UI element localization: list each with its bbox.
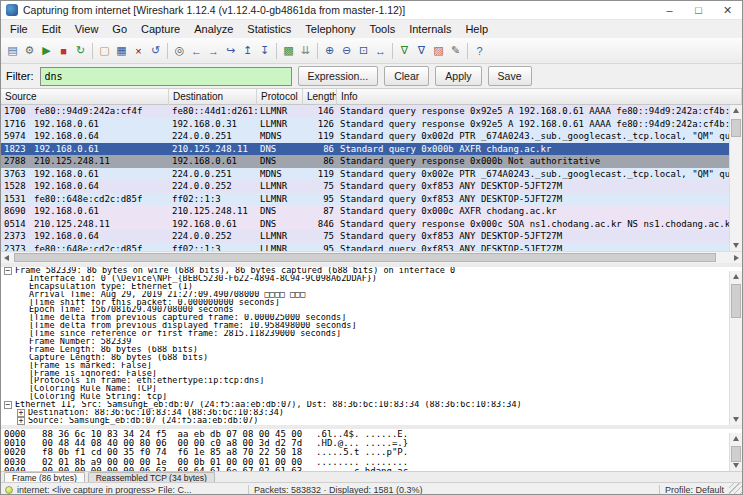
column-header-source[interactable]: Source bbox=[1, 89, 169, 105]
help-icon[interactable]: ? bbox=[471, 41, 488, 61]
capture-restart-icon[interactable]: ↻ bbox=[72, 41, 89, 61]
bottom-tab-1[interactable]: Reassembled TCP (34 bytes) bbox=[88, 472, 215, 482]
capture-start-icon[interactable]: ▶ bbox=[38, 41, 55, 61]
menu-help[interactable]: Help bbox=[458, 22, 495, 36]
menu-tools[interactable]: Tools bbox=[363, 22, 403, 36]
packet-row[interactable]: 3763192.168.0.61224.0.0.251MDNS119Standa… bbox=[1, 168, 742, 181]
detail-line[interactable]: [Time delta from previous displayed fram… bbox=[1, 322, 742, 330]
collapse-icon[interactable]: − bbox=[4, 401, 12, 409]
packet-list-scrollbar[interactable] bbox=[729, 105, 742, 251]
preferences-icon[interactable]: ✎ bbox=[447, 41, 464, 61]
detail-line[interactable]: +Source: SamsungE_eb:db:07 (24:f5:aa:eb:… bbox=[1, 417, 742, 425]
resize-grip[interactable] bbox=[729, 483, 742, 495]
go-forward-icon[interactable]: → bbox=[205, 41, 222, 61]
minimize-button[interactable]: – bbox=[655, 1, 684, 19]
menu-analyze[interactable]: Analyze bbox=[187, 22, 240, 36]
open-file-icon[interactable]: ▢ bbox=[96, 41, 113, 61]
expand-icon[interactable]: + bbox=[17, 409, 25, 417]
detail-line[interactable]: [Coloring Rule String: tcp] bbox=[1, 393, 742, 401]
packet-row[interactable]: 1823192.168.0.61210.125.248.11DNS86Stand… bbox=[1, 143, 742, 156]
save-file-icon[interactable]: ▦ bbox=[113, 41, 130, 61]
menu-statistics[interactable]: Statistics bbox=[240, 22, 298, 36]
go-back-icon[interactable]: ← bbox=[188, 41, 205, 61]
detail-line[interactable]: +Destination: 88:36:6c:10:83:34 (88:36:6… bbox=[1, 409, 742, 417]
detail-line[interactable]: −Ethernet II, Src: SamsungE_eb:db:07 (24… bbox=[1, 401, 742, 409]
colorize-icon[interactable]: ▩ bbox=[280, 41, 297, 61]
list-interfaces-icon[interactable]: ▤ bbox=[4, 41, 21, 61]
detail-line[interactable]: Arrival Time: Aug 29, 2019 21:27:09.4907… bbox=[1, 291, 742, 299]
scroll-up-arrow-icon[interactable] bbox=[730, 433, 742, 444]
detail-line[interactable]: −Frame 582339: 86 bytes on wire (688 bit… bbox=[1, 267, 742, 275]
packet-row[interactable]: 1531fe80::648e:cd2c:d85fff02::1:3LLMNR95… bbox=[1, 193, 742, 206]
collapse-icon[interactable]: − bbox=[4, 267, 12, 275]
detail-line[interactable]: [Coloring Rule Name: TCP] bbox=[1, 385, 742, 393]
go-to-packet-icon[interactable]: ↪ bbox=[222, 41, 239, 61]
packet-row[interactable]: 2373192.168.0.64224.0.0.252LLMNR75Standa… bbox=[1, 230, 742, 243]
menu-view[interactable]: View bbox=[68, 22, 106, 36]
save-button[interactable]: Save bbox=[488, 66, 532, 86]
status-profile[interactable]: Profile: Default bbox=[665, 485, 738, 495]
maximize-button[interactable]: □ bbox=[684, 1, 713, 19]
detail-line[interactable]: Capture Length: 86 bytes (688 bits) bbox=[1, 354, 742, 362]
find-packet-icon[interactable]: ◎ bbox=[171, 41, 188, 61]
menu-capture[interactable]: Capture bbox=[134, 22, 187, 36]
menu-edit[interactable]: Edit bbox=[35, 22, 68, 36]
scroll-up-arrow-icon[interactable] bbox=[730, 105, 742, 116]
detail-line[interactable]: [Time shift for this packet: 0.000000000… bbox=[1, 299, 742, 307]
expand-icon[interactable]: + bbox=[17, 417, 25, 425]
scroll-down-arrow-icon[interactable] bbox=[730, 414, 742, 425]
close-capture-icon[interactable]: × bbox=[130, 41, 147, 61]
menu-go[interactable]: Go bbox=[105, 22, 134, 36]
scroll-down-arrow-icon[interactable] bbox=[730, 460, 742, 471]
packet-row[interactable]: 5974192.168.0.64224.0.0.251MDNS119Standa… bbox=[1, 130, 742, 143]
expression-button[interactable]: Expression... bbox=[298, 66, 379, 86]
bottom-tab-0[interactable]: Frame (86 bytes) bbox=[4, 472, 85, 482]
coloring-rules-icon[interactable]: ▨ bbox=[430, 41, 447, 61]
expert-info-icon[interactable] bbox=[5, 486, 13, 494]
zoom-in-icon[interactable]: ⊕ bbox=[321, 41, 338, 61]
menu-internals[interactable]: Internals bbox=[402, 22, 458, 36]
capture-stop-icon[interactable]: ■ bbox=[55, 41, 72, 61]
column-header-info[interactable]: Info bbox=[337, 89, 742, 105]
details-scrollbar[interactable] bbox=[729, 271, 742, 425]
detail-line[interactable]: [Time since reference or first frame: 28… bbox=[1, 330, 742, 338]
titlebar[interactable]: Capturing from internet [Wireshark 1.12.… bbox=[1, 1, 742, 20]
detail-line[interactable]: [Protocols in frame: eth:ethertype:ip:tc… bbox=[1, 377, 742, 385]
capture-filters-icon[interactable]: ∇ bbox=[396, 41, 413, 61]
menu-file[interactable]: File bbox=[3, 22, 35, 36]
packet-row[interactable]: 1528192.168.0.64224.0.0.252LLMNR75Standa… bbox=[1, 180, 742, 193]
vertical-scroll-thumb[interactable] bbox=[731, 284, 741, 318]
reload-icon[interactable]: ↺ bbox=[147, 41, 164, 61]
vertical-scroll-thumb[interactable] bbox=[731, 119, 741, 137]
detail-line[interactable]: [Frame is ignored: False] bbox=[1, 370, 742, 378]
column-header-destination[interactable]: Destination bbox=[169, 89, 257, 105]
filter-input[interactable] bbox=[40, 67, 292, 86]
apply-button[interactable]: Apply bbox=[435, 66, 481, 86]
zoom-normal-icon[interactable]: ⊡ bbox=[355, 41, 372, 61]
packet-row[interactable]: 0514210.125.248.11192.168.0.61DNS846Stan… bbox=[1, 218, 742, 231]
column-header-length[interactable]: Length bbox=[303, 89, 337, 105]
detail-line[interactable]: Frame Number: 582339 bbox=[1, 338, 742, 346]
zoom-out-icon[interactable]: ⊖ bbox=[338, 41, 355, 61]
detail-line[interactable]: Encapsulation type: Ethernet (1) bbox=[1, 283, 742, 291]
close-button[interactable]: ✕ bbox=[713, 1, 742, 19]
detail-line[interactable]: [Time delta from previous captured frame… bbox=[1, 314, 742, 322]
menu-telephony[interactable]: Telephony bbox=[298, 22, 362, 36]
packet-row[interactable]: 2788210.125.248.11192.168.0.61DNS86Stand… bbox=[1, 155, 742, 168]
detail-line[interactable]: Epoch Time: 1567081629.490708000 seconds bbox=[1, 306, 742, 314]
horizontal-scrollbar[interactable] bbox=[1, 251, 742, 263]
packet-row[interactable]: 1716192.168.0.61192.168.0.31LLMNR126Stan… bbox=[1, 118, 742, 131]
scroll-up-arrow-icon[interactable] bbox=[730, 271, 742, 282]
auto-scroll-icon[interactable]: ⇊ bbox=[297, 41, 314, 61]
detail-line[interactable]: Interface id: 0 (\Device\NPF_{BEBC5230-F… bbox=[1, 275, 742, 283]
scroll-right-arrow-icon[interactable] bbox=[730, 252, 742, 263]
detail-line[interactable]: Frame Length: 86 bytes (688 bits) bbox=[1, 346, 742, 354]
packet-row[interactable]: 1700fe80::94d9:242a:cf4ffe80::44d1:d261:… bbox=[1, 105, 742, 118]
detail-line[interactable]: [Frame is marked: False] bbox=[1, 362, 742, 370]
go-to-bottom-icon[interactable]: ↧ bbox=[256, 41, 273, 61]
bytes-scrollbar[interactable] bbox=[729, 433, 742, 471]
scroll-left-arrow-icon[interactable] bbox=[1, 252, 13, 263]
capture-options-icon[interactable]: ⚙ bbox=[21, 41, 38, 61]
column-header-protocol[interactable]: Protocol bbox=[257, 89, 303, 105]
display-filters-icon[interactable]: ∇ bbox=[413, 41, 430, 61]
